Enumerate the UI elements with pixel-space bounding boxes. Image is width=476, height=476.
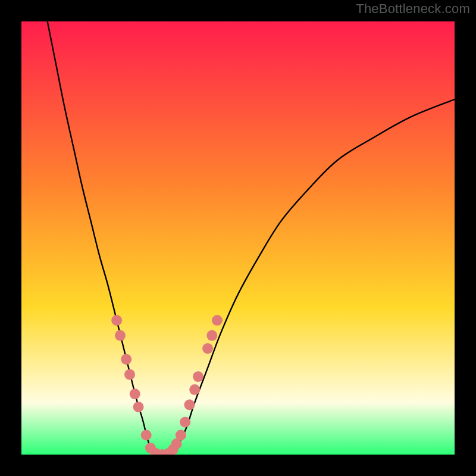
scatter-point [193,371,203,382]
chart-frame: TheBottleneck.com [0,0,476,476]
scatter-point [202,343,213,354]
scatter-point [115,330,126,341]
scatter-point [121,354,131,365]
plot-area [21,21,455,455]
scatter-point [184,399,195,410]
scatter-point [176,430,186,440]
scatter-point [133,402,144,412]
scatter-point [130,389,140,399]
scatter-point [124,369,135,380]
scatter-point [212,315,223,325]
scatter-point [111,315,122,325]
chart-svg [21,21,455,455]
gradient-background [21,21,455,455]
watermark-text: TheBottleneck.com [356,1,470,17]
scatter-point [180,416,190,427]
scatter-point [141,430,152,440]
scatter-point [206,330,217,341]
scatter-point [189,384,200,395]
